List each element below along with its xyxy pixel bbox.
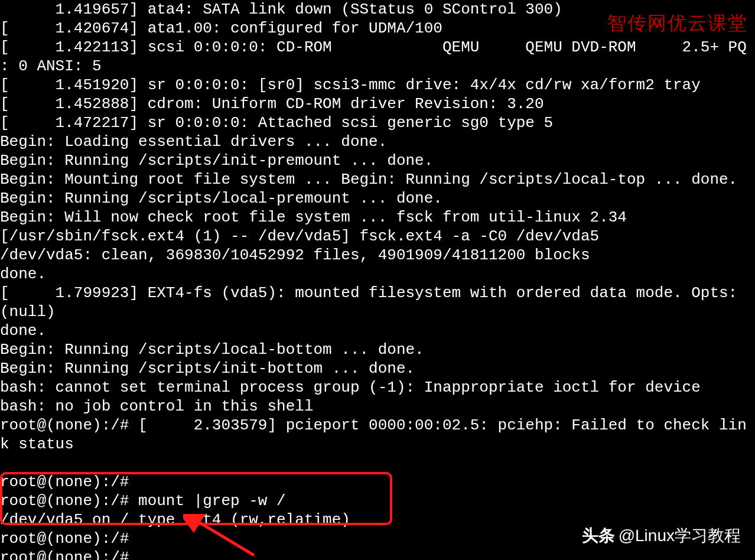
- footer-handle: @Linux学习教程: [619, 525, 741, 547]
- terminal-output[interactable]: 1.419657] ata4: SATA link down (SStatus …: [0, 0, 747, 560]
- watermark-text: 智传网优云课堂: [607, 11, 748, 37]
- footer-label: 头条: [582, 525, 615, 547]
- footer-credit: 头条 @Linux学习教程: [582, 525, 741, 547]
